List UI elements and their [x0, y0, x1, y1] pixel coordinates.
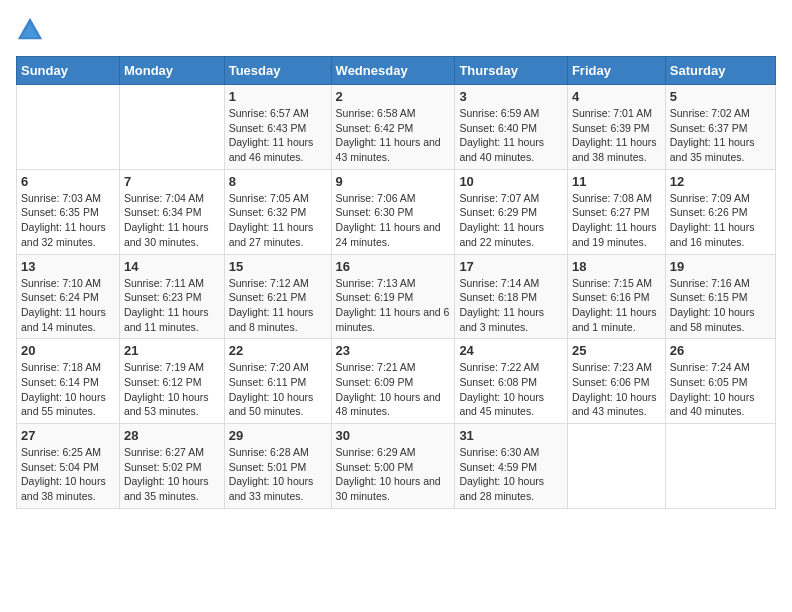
- day-cell: 3Sunrise: 6:59 AM Sunset: 6:40 PM Daylig…: [455, 85, 568, 170]
- day-cell: 15Sunrise: 7:12 AM Sunset: 6:21 PM Dayli…: [224, 254, 331, 339]
- day-info: Sunrise: 7:11 AM Sunset: 6:23 PM Dayligh…: [124, 276, 220, 335]
- day-info: Sunrise: 7:05 AM Sunset: 6:32 PM Dayligh…: [229, 191, 327, 250]
- day-info: Sunrise: 7:08 AM Sunset: 6:27 PM Dayligh…: [572, 191, 661, 250]
- day-cell: 22Sunrise: 7:20 AM Sunset: 6:11 PM Dayli…: [224, 339, 331, 424]
- week-row-5: 27Sunrise: 6:25 AM Sunset: 5:04 PM Dayli…: [17, 424, 776, 509]
- day-info: Sunrise: 7:15 AM Sunset: 6:16 PM Dayligh…: [572, 276, 661, 335]
- day-info: Sunrise: 7:03 AM Sunset: 6:35 PM Dayligh…: [21, 191, 115, 250]
- day-number: 8: [229, 174, 327, 189]
- day-cell: 30Sunrise: 6:29 AM Sunset: 5:00 PM Dayli…: [331, 424, 455, 509]
- day-cell: 17Sunrise: 7:14 AM Sunset: 6:18 PM Dayli…: [455, 254, 568, 339]
- day-cell: 12Sunrise: 7:09 AM Sunset: 6:26 PM Dayli…: [665, 169, 775, 254]
- day-cell: [119, 85, 224, 170]
- day-number: 13: [21, 259, 115, 274]
- day-info: Sunrise: 6:28 AM Sunset: 5:01 PM Dayligh…: [229, 445, 327, 504]
- day-cell: 20Sunrise: 7:18 AM Sunset: 6:14 PM Dayli…: [17, 339, 120, 424]
- day-number: 20: [21, 343, 115, 358]
- day-info: Sunrise: 7:23 AM Sunset: 6:06 PM Dayligh…: [572, 360, 661, 419]
- day-cell: 10Sunrise: 7:07 AM Sunset: 6:29 PM Dayli…: [455, 169, 568, 254]
- day-number: 15: [229, 259, 327, 274]
- day-number: 6: [21, 174, 115, 189]
- day-number: 25: [572, 343, 661, 358]
- week-row-3: 13Sunrise: 7:10 AM Sunset: 6:24 PM Dayli…: [17, 254, 776, 339]
- day-number: 4: [572, 89, 661, 104]
- day-cell: 1Sunrise: 6:57 AM Sunset: 6:43 PM Daylig…: [224, 85, 331, 170]
- day-cell: 8Sunrise: 7:05 AM Sunset: 6:32 PM Daylig…: [224, 169, 331, 254]
- day-cell: 18Sunrise: 7:15 AM Sunset: 6:16 PM Dayli…: [567, 254, 665, 339]
- day-info: Sunrise: 6:57 AM Sunset: 6:43 PM Dayligh…: [229, 106, 327, 165]
- day-cell: 9Sunrise: 7:06 AM Sunset: 6:30 PM Daylig…: [331, 169, 455, 254]
- day-info: Sunrise: 7:14 AM Sunset: 6:18 PM Dayligh…: [459, 276, 563, 335]
- day-number: 16: [336, 259, 451, 274]
- day-cell: 2Sunrise: 6:58 AM Sunset: 6:42 PM Daylig…: [331, 85, 455, 170]
- day-info: Sunrise: 7:13 AM Sunset: 6:19 PM Dayligh…: [336, 276, 451, 335]
- day-info: Sunrise: 7:18 AM Sunset: 6:14 PM Dayligh…: [21, 360, 115, 419]
- day-info: Sunrise: 7:24 AM Sunset: 6:05 PM Dayligh…: [670, 360, 771, 419]
- day-cell: 14Sunrise: 7:11 AM Sunset: 6:23 PM Dayli…: [119, 254, 224, 339]
- day-number: 12: [670, 174, 771, 189]
- day-info: Sunrise: 7:10 AM Sunset: 6:24 PM Dayligh…: [21, 276, 115, 335]
- day-number: 28: [124, 428, 220, 443]
- day-cell: 28Sunrise: 6:27 AM Sunset: 5:02 PM Dayli…: [119, 424, 224, 509]
- day-info: Sunrise: 7:19 AM Sunset: 6:12 PM Dayligh…: [124, 360, 220, 419]
- day-number: 3: [459, 89, 563, 104]
- day-number: 18: [572, 259, 661, 274]
- day-number: 7: [124, 174, 220, 189]
- day-info: Sunrise: 7:16 AM Sunset: 6:15 PM Dayligh…: [670, 276, 771, 335]
- day-cell: 23Sunrise: 7:21 AM Sunset: 6:09 PM Dayli…: [331, 339, 455, 424]
- day-info: Sunrise: 6:59 AM Sunset: 6:40 PM Dayligh…: [459, 106, 563, 165]
- day-number: 24: [459, 343, 563, 358]
- day-number: 31: [459, 428, 563, 443]
- week-row-1: 1Sunrise: 6:57 AM Sunset: 6:43 PM Daylig…: [17, 85, 776, 170]
- day-number: 17: [459, 259, 563, 274]
- day-cell: 21Sunrise: 7:19 AM Sunset: 6:12 PM Dayli…: [119, 339, 224, 424]
- day-cell: 31Sunrise: 6:30 AM Sunset: 4:59 PM Dayli…: [455, 424, 568, 509]
- day-number: 30: [336, 428, 451, 443]
- day-info: Sunrise: 6:30 AM Sunset: 4:59 PM Dayligh…: [459, 445, 563, 504]
- day-cell: 4Sunrise: 7:01 AM Sunset: 6:39 PM Daylig…: [567, 85, 665, 170]
- day-cell: 29Sunrise: 6:28 AM Sunset: 5:01 PM Dayli…: [224, 424, 331, 509]
- day-cell: 27Sunrise: 6:25 AM Sunset: 5:04 PM Dayli…: [17, 424, 120, 509]
- header-cell-thursday: Thursday: [455, 57, 568, 85]
- day-number: 26: [670, 343, 771, 358]
- day-info: Sunrise: 7:21 AM Sunset: 6:09 PM Dayligh…: [336, 360, 451, 419]
- day-cell: 5Sunrise: 7:02 AM Sunset: 6:37 PM Daylig…: [665, 85, 775, 170]
- day-info: Sunrise: 7:09 AM Sunset: 6:26 PM Dayligh…: [670, 191, 771, 250]
- day-cell: [567, 424, 665, 509]
- page-header: [16, 16, 776, 44]
- day-number: 22: [229, 343, 327, 358]
- day-number: 5: [670, 89, 771, 104]
- day-number: 14: [124, 259, 220, 274]
- day-info: Sunrise: 6:27 AM Sunset: 5:02 PM Dayligh…: [124, 445, 220, 504]
- day-number: 1: [229, 89, 327, 104]
- day-number: 9: [336, 174, 451, 189]
- day-cell: 6Sunrise: 7:03 AM Sunset: 6:35 PM Daylig…: [17, 169, 120, 254]
- day-number: 27: [21, 428, 115, 443]
- day-info: Sunrise: 7:06 AM Sunset: 6:30 PM Dayligh…: [336, 191, 451, 250]
- logo: [16, 16, 48, 44]
- day-info: Sunrise: 7:07 AM Sunset: 6:29 PM Dayligh…: [459, 191, 563, 250]
- day-cell: [17, 85, 120, 170]
- header-cell-friday: Friday: [567, 57, 665, 85]
- header-row: SundayMondayTuesdayWednesdayThursdayFrid…: [17, 57, 776, 85]
- day-number: 19: [670, 259, 771, 274]
- day-number: 11: [572, 174, 661, 189]
- day-cell: 7Sunrise: 7:04 AM Sunset: 6:34 PM Daylig…: [119, 169, 224, 254]
- logo-icon: [16, 16, 44, 44]
- day-info: Sunrise: 7:04 AM Sunset: 6:34 PM Dayligh…: [124, 191, 220, 250]
- day-info: Sunrise: 7:12 AM Sunset: 6:21 PM Dayligh…: [229, 276, 327, 335]
- day-info: Sunrise: 6:29 AM Sunset: 5:00 PM Dayligh…: [336, 445, 451, 504]
- day-info: Sunrise: 7:22 AM Sunset: 6:08 PM Dayligh…: [459, 360, 563, 419]
- day-cell: 16Sunrise: 7:13 AM Sunset: 6:19 PM Dayli…: [331, 254, 455, 339]
- day-cell: [665, 424, 775, 509]
- day-cell: 11Sunrise: 7:08 AM Sunset: 6:27 PM Dayli…: [567, 169, 665, 254]
- day-number: 23: [336, 343, 451, 358]
- day-number: 2: [336, 89, 451, 104]
- day-number: 10: [459, 174, 563, 189]
- header-cell-tuesday: Tuesday: [224, 57, 331, 85]
- day-number: 21: [124, 343, 220, 358]
- day-cell: 19Sunrise: 7:16 AM Sunset: 6:15 PM Dayli…: [665, 254, 775, 339]
- calendar-body: 1Sunrise: 6:57 AM Sunset: 6:43 PM Daylig…: [17, 85, 776, 509]
- day-info: Sunrise: 6:25 AM Sunset: 5:04 PM Dayligh…: [21, 445, 115, 504]
- header-cell-sunday: Sunday: [17, 57, 120, 85]
